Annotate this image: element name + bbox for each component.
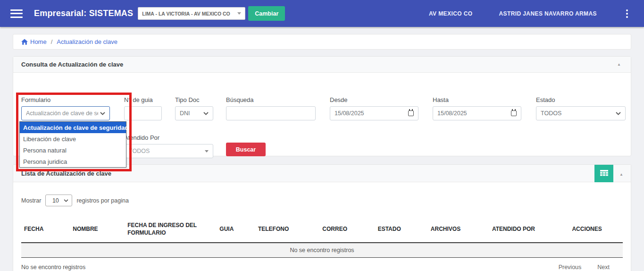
formulario-field: Formulario Actualización de clave de seg… <box>21 96 110 120</box>
desde-date-input[interactable]: 15/08/2025 <box>330 106 418 120</box>
atendido-por-select[interactable]: TODOS <box>124 144 213 158</box>
breadcrumb-separator: / <box>51 38 53 45</box>
column-header-correo[interactable]: CORREO <box>319 216 375 243</box>
consulta-panel: Consulta de Actualización de clave ▲ For… <box>13 56 631 156</box>
tipo-doc-select-value: DNI <box>180 110 201 117</box>
home-icon <box>21 39 28 45</box>
chevron-down-icon <box>64 199 68 202</box>
table-header-row: FECHA NOMBRE FECHA DE INGRESO DEL FORMUL… <box>21 216 623 243</box>
column-header-archivos[interactable]: ARCHIVOS <box>428 216 489 243</box>
buscar-button[interactable]: Buscar <box>226 143 266 156</box>
top-navbar: Empresarial: SISTEMAS LIMA - LA VICTORIA… <box>0 0 644 27</box>
calendar-icon[interactable] <box>511 110 517 116</box>
table-grid-icon <box>600 170 608 177</box>
estado-select[interactable]: TODOS <box>536 106 626 120</box>
column-header-fecha-ingreso[interactable]: FECHA DE INGRESO DEL FORMULARIO <box>125 216 217 243</box>
page-size-select[interactable]: 10 <box>45 195 72 206</box>
guia-input[interactable] <box>124 106 162 120</box>
busqueda-field: Búsqueda <box>226 96 316 120</box>
lista-panel: Lista de Actualización de clave ▲ Mostra… <box>13 164 631 271</box>
dropdown-option-selected[interactable]: Actualización de clave de seguridad <box>20 122 126 133</box>
column-header-nombre[interactable]: NOMBRE <box>70 216 125 243</box>
estado-label: Estado <box>536 96 626 103</box>
user-name[interactable]: ASTRID JANES NAVARRO ARMAS <box>499 10 597 17</box>
consulta-panel-title: Consulta de Actualización de clave <box>21 61 123 68</box>
breadcrumb: Home / Actualización de clave <box>13 34 631 50</box>
chevron-down-icon <box>203 112 209 115</box>
dropdown-option[interactable]: Persona natural <box>20 144 126 156</box>
mostrar-prefix: Mostrar <box>21 197 41 204</box>
breadcrumb-home-link[interactable]: Home <box>21 38 47 45</box>
breadcrumb-home-label: Home <box>30 38 47 45</box>
busqueda-input[interactable] <box>226 106 316 120</box>
chevron-down-icon <box>616 112 621 115</box>
branch-select-value: LIMA - LA VICTORIA - AV MEXICO CO <box>142 11 234 17</box>
consulta-panel-header: Consulta de Actualización de clave ▲ <box>13 57 631 73</box>
hasta-label: Hasta <box>433 96 521 103</box>
estado-select-value: TODOS <box>541 110 614 117</box>
desde-field: Desde 15/08/2025 <box>330 96 418 120</box>
mostrar-suffix: registros por pagina <box>76 197 128 204</box>
hasta-field: Hasta 15/08/2025 <box>433 96 521 120</box>
formulario-label: Formulario <box>21 96 110 103</box>
atendido-por-label: Atendido Por <box>124 134 213 141</box>
table-footer: No se encontro registros Previous Next <box>21 264 623 271</box>
guia-label: N° de guia <box>124 96 162 103</box>
busqueda-label: Búsqueda <box>226 96 316 103</box>
empty-message: No se encontro registros <box>21 243 623 258</box>
results-table: FECHA NOMBRE FECHA DE INGRESO DEL FORMUL… <box>21 216 623 258</box>
column-header-fecha[interactable]: FECHA <box>21 216 70 243</box>
atendido-por-field: Atendido Por TODOS <box>124 134 213 158</box>
export-table-button[interactable] <box>594 165 613 182</box>
formulario-select-value: Actualización de clave de seguridad <box>26 110 98 117</box>
pagination-previous[interactable]: Previous <box>559 264 582 271</box>
desde-label: Desde <box>330 96 418 103</box>
formulario-select[interactable]: Actualización de clave de seguridad <box>21 106 110 120</box>
collapse-panel-icon[interactable]: ▲ <box>618 170 625 178</box>
dropdown-option[interactable]: Persona juridica <box>20 156 126 167</box>
breadcrumb-current[interactable]: Actualización de clave <box>57 38 117 45</box>
lista-panel-title: Lista de Actualización de clave <box>21 170 111 177</box>
tipo-doc-select[interactable]: DNI <box>175 106 213 120</box>
agency-label: AV MEXICO CO <box>429 10 473 17</box>
tipo-doc-field: Tipo Doc DNI <box>175 96 213 120</box>
formulario-dropdown-list: Actualización de clave de seguridad Libe… <box>19 121 126 168</box>
navbar-right: AV MEXICO CO ASTRID JANES NAVARRO ARMAS <box>429 8 644 20</box>
chevron-down-icon <box>205 150 209 152</box>
column-header-atendido-por[interactable]: ATENDIDO POR <box>489 216 569 243</box>
chevron-down-icon <box>100 112 105 115</box>
lista-panel-body: Mostrar 10 registros por pagina <box>13 195 631 271</box>
hasta-date-input[interactable]: 15/08/2025 <box>433 106 521 120</box>
table-footer-info: No se encontro registros <box>21 264 85 271</box>
guia-field: N° de guia <box>124 96 162 120</box>
hamburger-menu-icon[interactable] <box>10 9 23 18</box>
dropdown-option[interactable]: Liberación de clave <box>20 133 126 144</box>
empty-table-row: No se encontro registros <box>21 243 623 258</box>
estado-field: Estado TODOS <box>536 96 626 120</box>
column-header-telefono[interactable]: TELEFONO <box>255 216 319 243</box>
column-header-estado[interactable]: ESTADO <box>375 216 428 243</box>
kebab-menu-icon[interactable] <box>623 8 631 20</box>
chevron-down-icon <box>237 12 241 15</box>
app-title: Empresarial: SISTEMAS <box>34 8 133 18</box>
pagination-next[interactable]: Next <box>597 264 610 271</box>
column-header-acciones[interactable]: ACCIONES <box>569 216 623 243</box>
atendido-por-select-value: TODOS <box>129 148 202 154</box>
branch-select[interactable]: LIMA - LA VICTORIA - AV MEXICO CO <box>138 7 245 20</box>
hasta-date-value: 15/08/2025 <box>437 110 511 117</box>
page-size-row: Mostrar 10 registros por pagina <box>21 195 623 206</box>
cambiar-button[interactable]: Cambiar <box>248 6 285 21</box>
page-size-value: 10 <box>49 197 62 204</box>
column-header-guia[interactable]: GUIA <box>217 216 255 243</box>
tipo-doc-label: Tipo Doc <box>175 96 213 103</box>
pagination: Previous Next <box>559 264 623 271</box>
calendar-icon[interactable] <box>408 110 414 116</box>
collapse-panel-icon[interactable]: ▲ <box>615 60 623 68</box>
app-root: Empresarial: SISTEMAS LIMA - LA VICTORIA… <box>0 0 644 271</box>
desde-date-value: 15/08/2025 <box>335 110 408 117</box>
